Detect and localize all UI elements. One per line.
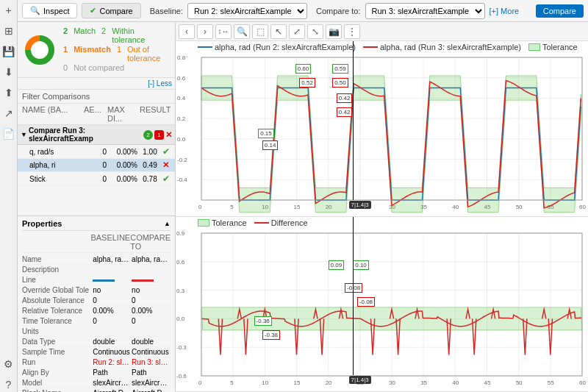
cursor-btn[interactable]: ↕↔	[215, 24, 232, 39]
group-badge-green: 2	[143, 130, 153, 140]
camera-btn[interactable]: 📷	[326, 24, 342, 39]
left-panel: 2 Match 2 Within tolerance 1 Mismatch 1 …	[18, 22, 176, 392]
sidebar-icon-help[interactable]: ?	[1, 377, 16, 392]
upper-chart: alpha, rad (Run 2: slexAircraftExample) …	[176, 41, 588, 217]
compare-tab[interactable]: ✔ Compare	[82, 3, 140, 18]
baseline-select[interactable]: Run 2: slexAircraftExample	[187, 3, 307, 19]
legend-red-label: alpha, rad (Run 3: slexAircraftExample)	[380, 43, 521, 51]
annot-015: 0.15	[258, 129, 274, 138]
row1-result: ✔	[162, 146, 170, 157]
inspect-tab[interactable]: 🔍 Inspect	[22, 3, 77, 18]
compare-label: Compare	[99, 7, 132, 15]
expand-btn[interactable]: ⤡	[307, 24, 323, 39]
prop-sampletime: Sample Time Continuous Continuous	[22, 347, 171, 357]
row2-name: alpha, ri	[29, 161, 85, 169]
table-row[interactable]: q, rad/s 0 0.00% 1.00 ✔	[18, 145, 175, 159]
col-name-header: NAME (BA...	[22, 105, 81, 123]
menu-btn[interactable]: ⋮	[344, 24, 360, 39]
props-cols: BASELINE COMPARE TO	[22, 233, 171, 253]
line-blue-icon	[93, 279, 115, 282]
table-row[interactable]: Stick 0 0.00% 0.78 ✔	[18, 172, 175, 186]
sidebar-icon-share[interactable]: ↗	[1, 106, 16, 121]
sidebar-icon-plus[interactable]: +	[1, 3, 16, 18]
annot-042b: 0.42	[337, 107, 353, 117]
sidebar-icon-upload[interactable]: ⬆	[1, 85, 16, 100]
legend-red: alpha, rad (Run 3: slexAircraftExample)	[363, 43, 521, 51]
annot-052: 0.52	[299, 78, 315, 88]
annot-m038: -0.38	[262, 330, 280, 340]
compare-table: ▼ Compare Run 3: slexAircraftExamp 2 1 ✕…	[18, 125, 175, 215]
pc-base: BASELINE	[90, 233, 130, 251]
annot-014: 0.14	[262, 140, 279, 150]
prop-model: Model slexAircraftExa slexAircraftExa	[22, 378, 171, 388]
select-btn[interactable]: ⬚	[252, 24, 268, 39]
group-label: Compare Run 3: slexAircraftExamp	[29, 126, 142, 143]
summary-box: 2 Match 2 Within tolerance 1 Mismatch 1 …	[18, 22, 175, 78]
out-count: 1	[117, 45, 121, 63]
row3-result: ✔	[162, 174, 170, 184]
prop-units: Units	[22, 327, 171, 337]
props-title: Properties	[22, 219, 62, 228]
zoom-btn[interactable]: 🔍	[234, 24, 250, 39]
next-btn[interactable]: ›	[197, 24, 213, 39]
annot-010: 0.10	[353, 260, 369, 270]
row2-maxdi: 0.00%	[108, 161, 137, 169]
match-label: Match	[74, 26, 96, 44]
col-maxdi-header: MAX DI...	[107, 105, 137, 123]
legend-lower-tol-label: Tolerance	[212, 218, 247, 227]
more-link[interactable]: [+] More	[490, 7, 520, 15]
pc-comp: COMPARE TO	[130, 233, 171, 251]
annot-059: 0.59	[332, 64, 348, 74]
table-group-row[interactable]: ▼ Compare Run 3: slexAircraftExamp 2 1 ✕	[18, 125, 175, 145]
sidebar-icon-layers[interactable]: ⊞	[1, 24, 16, 38]
within-label: Within tolerance	[112, 26, 169, 44]
lower-canvas[interactable]	[176, 217, 588, 392]
baseline-label: Baseline:	[150, 7, 183, 15]
lower-cursor	[353, 217, 354, 376]
notcomp-count: 0	[63, 63, 68, 72]
out-label: Out of tolerance	[127, 45, 169, 63]
pointer-btn[interactable]: ↖	[270, 24, 287, 39]
annot-009: 0.09	[329, 260, 345, 270]
sidebar-icon-download[interactable]: ⬇	[1, 65, 16, 79]
mismatch-count: 1	[63, 45, 68, 63]
sidebar-icon-doc[interactable]: 📄	[1, 126, 16, 141]
filter-label: Filter Comparisons	[22, 92, 90, 101]
upper-canvas[interactable]	[176, 41, 588, 216]
prop-override-tol: Override Global Tole no no	[22, 285, 171, 296]
col-result-header: RESULT	[140, 105, 162, 123]
lower-chart: Tolerance Difference 0.09 0.10 -0.08 -0.…	[176, 217, 588, 393]
prop-abs-tol: Absolute Tolerance 0 0	[22, 296, 171, 306]
row3-base: 0	[86, 175, 107, 183]
row2-result: ✕	[162, 160, 169, 170]
less-button[interactable]: [-] Less	[18, 78, 175, 90]
prop-blockname: Block Name Aircraft Dynam Aircraft Dynam	[22, 388, 171, 392]
fullscreen-btn[interactable]: ⤢	[289, 24, 305, 39]
annot-m036: -0.36	[254, 316, 272, 326]
inspect-label: Inspect	[43, 7, 69, 15]
legend-blue: alpha, rad (Run 2: slexAircraftExample)	[198, 43, 356, 51]
chart-toolbar: ‹ › ↕↔ 🔍 ⬚ ↖ ⤢ ⤡ 📷 ⋮	[176, 22, 588, 41]
compare-to-select[interactable]: Run 3: slexAircraftExample	[365, 3, 485, 19]
row1-name: q, rad/s	[29, 148, 85, 156]
prop-name: Name alpha, rad (Rur alpha, rad (Rur	[22, 254, 171, 265]
props-expand-icon[interactable]: ▲	[164, 220, 171, 227]
toolbar: 🔍 Inspect ✔ Compare Baseline: Run 2: sle…	[18, 0, 588, 22]
notcomp-label: Not compared	[74, 63, 124, 72]
sidebar-icon-settings[interactable]: ⚙	[1, 357, 16, 371]
compare-icon: ✔	[90, 6, 96, 15]
pc-label	[22, 233, 90, 251]
compare-button[interactable]: Compare	[536, 4, 584, 18]
legend-lower-tol: Tolerance	[198, 218, 247, 227]
lower-chart-legend: Tolerance Difference	[198, 218, 308, 227]
table-row-selected[interactable]: alpha, ri 0 0.00% 0.49 ✕	[18, 159, 175, 172]
prop-datatype: Data Type double double	[22, 337, 171, 347]
svg-point-3	[32, 43, 47, 57]
row3-val: 0.78	[139, 175, 161, 183]
row2-base: 0	[86, 161, 107, 169]
prop-run: Run Run 2: slexAirc Run 3: slexAirc	[22, 357, 171, 368]
prev-btn[interactable]: ‹	[179, 24, 195, 39]
prop-line: Line	[22, 275, 171, 285]
legend-lower-diff-label: Difference	[271, 218, 308, 227]
sidebar-icon-save[interactable]: 💾	[1, 44, 16, 59]
